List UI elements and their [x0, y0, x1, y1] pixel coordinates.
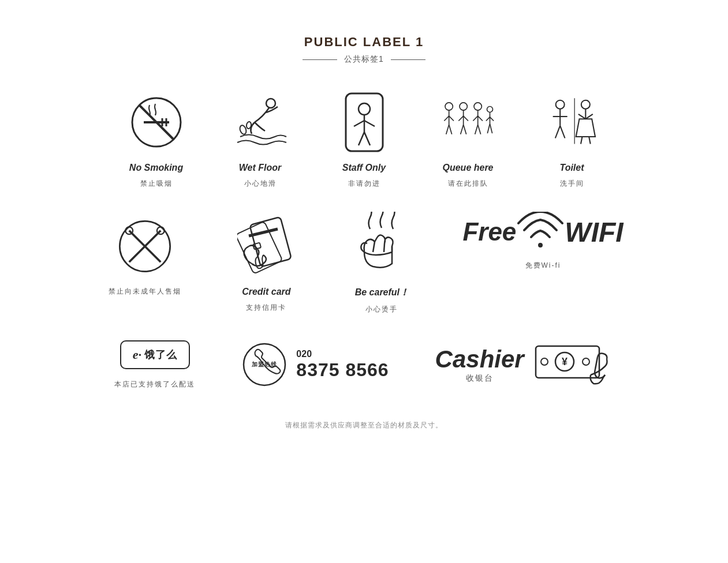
queue-here-icon	[439, 88, 497, 157]
staff-only-label-cn: 非请勿进	[348, 179, 380, 189]
svg-point-5	[266, 99, 275, 108]
divider-right	[391, 59, 425, 60]
be-careful-item: Be careful！ 小心烫手	[347, 212, 416, 314]
toilet-label-cn: 洗手间	[560, 179, 584, 189]
hotline-phone-number: 8375 8566	[296, 359, 389, 381]
eleme-item: e· 饿了么 本店已支持饿了么配送	[114, 340, 195, 389]
hotline-label: 加盟热线	[247, 361, 282, 369]
queue-here-item: Queue here 请在此排队	[434, 88, 503, 189]
svg-point-13	[487, 107, 492, 112]
svg-point-26	[538, 243, 543, 247]
wet-floor-label-cn: 小心地滑	[244, 179, 277, 189]
free-wifi-item: Free WIFI 免费Wi-fi	[462, 212, 623, 271]
divider-left	[303, 59, 337, 60]
icon-row-2: 禁止向未成年人售烟	[0, 206, 728, 320]
toilet-label-en: Toilet	[559, 163, 584, 173]
svg-point-9	[359, 103, 370, 115]
credit-card-icon	[237, 212, 295, 281]
no-sell-minor-item: 禁止向未成年人售烟	[104, 212, 185, 296]
no-smoking-item: No Smoking 禁止吸烟	[122, 88, 191, 189]
no-sell-minor-label-cn: 禁止向未成年人售烟	[109, 287, 181, 296]
svg-line-23	[249, 229, 278, 236]
eleme-label-cn: 本店已支持饿了么配送	[114, 380, 195, 389]
wet-floor-label-en: Wet Floor	[239, 163, 281, 173]
page-title-en: PUBLIC LABEL 1	[0, 35, 728, 50]
be-careful-label-cn: 小心烫手	[365, 305, 398, 314]
svg-point-14	[555, 100, 564, 109]
toilet-item: Toilet 洗手间	[537, 88, 607, 189]
hotline-numbers: 020 8375 8566	[296, 349, 389, 381]
no-smoking-label-cn: 禁止吸烟	[140, 179, 173, 189]
toilet-icon	[543, 88, 601, 157]
staff-only-item: Staff Only 非请勿进	[330, 88, 399, 189]
eleme-logo: e· 饿了么	[120, 340, 190, 369]
wifi-text: WIFI	[565, 216, 623, 248]
cashier-label-en: Cashier	[435, 346, 524, 373]
svg-point-31	[541, 358, 548, 365]
hotline-item: 加盟热线 020 8375 8566	[241, 341, 389, 388]
cashier-item: Cashier 收银台 ¥	[435, 337, 614, 392]
free-text: Free	[462, 217, 516, 246]
eleme-name: 饿了么	[144, 348, 177, 362]
free-wifi-label-cn: 免费Wi-fi	[525, 261, 561, 271]
svg-point-11	[460, 103, 467, 110]
staff-only-label-en: Staff Only	[342, 163, 386, 173]
icon-row-1: No Smoking 禁止吸烟 Wet Flo	[0, 70, 728, 206]
credit-card-item: Credit card 支持信用卡	[232, 212, 301, 313]
wifi-display: Free WIFI	[462, 212, 623, 252]
svg-point-16	[581, 100, 589, 109]
no-smoking-icon	[128, 88, 185, 157]
staff-only-icon	[335, 88, 393, 157]
be-careful-label-en: Be careful！	[355, 287, 409, 299]
wet-floor-item: Wet Floor 小心地滑	[226, 88, 295, 189]
svg-point-10	[445, 103, 453, 110]
svg-text:¥: ¥	[562, 356, 568, 367]
queue-here-label-en: Queue here	[442, 163, 493, 173]
credit-card-label-cn: 支持信用卡	[246, 303, 286, 313]
svg-point-32	[583, 358, 589, 365]
credit-card-label-en: Credit card	[242, 287, 290, 297]
cashier-icon: ¥	[533, 337, 614, 392]
title-divider: 公共标签1	[0, 54, 728, 65]
svg-point-12	[474, 103, 481, 110]
no-smoking-label-en: No Smoking	[129, 163, 183, 173]
page-title-cn: 公共标签1	[344, 54, 384, 65]
cashier-text-block: Cashier 收银台	[435, 346, 524, 384]
hotline-phone-circle: 加盟热线	[241, 341, 288, 388]
queue-here-label-cn: 请在此排队	[448, 179, 488, 189]
hotline-phone-prefix: 020	[296, 349, 389, 359]
wet-floor-icon	[232, 88, 289, 157]
be-careful-icon	[353, 212, 410, 281]
footer-note: 请根据需求及供应商调整至合适的材质及尺寸。	[0, 403, 728, 442]
bottom-row: e· 饿了么 本店已支持饿了么配送 加盟热线 020 8375 8566 Cas…	[0, 326, 728, 403]
cashier-label-cn: 收银台	[435, 373, 524, 384]
page-title-section: PUBLIC LABEL 1 公共标签1	[0, 0, 728, 70]
eleme-e: e·	[133, 347, 141, 362]
no-sell-minor-icon	[116, 212, 174, 281]
